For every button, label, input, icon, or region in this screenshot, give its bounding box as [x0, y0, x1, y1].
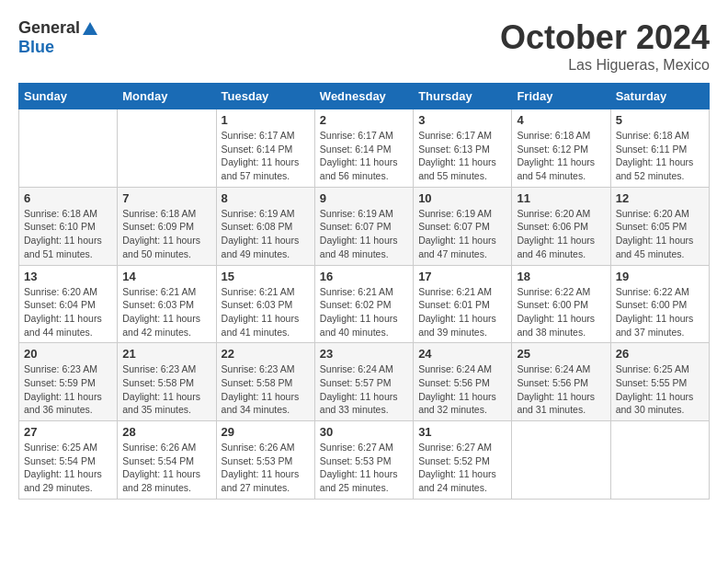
day-info: Sunrise: 6:25 AMSunset: 5:55 PMDaylight:…: [616, 362, 704, 417]
calendar-table: SundayMondayTuesdayWednesdayThursdayFrid…: [18, 83, 710, 500]
day-number: 28: [122, 425, 210, 439]
day-info: Sunrise: 6:25 AMSunset: 5:54 PMDaylight:…: [24, 441, 112, 495]
day-number: 27: [24, 425, 112, 439]
day-info: Sunrise: 6:18 AMSunset: 6:12 PMDaylight:…: [517, 129, 605, 183]
logo-general: General: [18, 18, 80, 38]
day-info: Sunrise: 6:20 AMSunset: 6:06 PMDaylight:…: [517, 207, 605, 261]
day-number: 3: [418, 113, 506, 127]
day-info: Sunrise: 6:18 AMSunset: 6:09 PMDaylight:…: [122, 207, 210, 261]
calendar-cell: 2Sunrise: 6:17 AMSunset: 6:14 PMDaylight…: [314, 109, 413, 188]
day-number: 12: [616, 191, 704, 205]
day-info: Sunrise: 6:20 AMSunset: 6:04 PMDaylight:…: [24, 285, 112, 339]
calendar-week-row: 27Sunrise: 6:25 AMSunset: 5:54 PMDayligh…: [19, 421, 710, 500]
logo: General Blue: [18, 18, 98, 57]
calendar-cell: 15Sunrise: 6:21 AMSunset: 6:03 PMDayligh…: [216, 265, 314, 343]
day-info: Sunrise: 6:17 AMSunset: 6:14 PMDaylight:…: [320, 129, 408, 183]
calendar-cell: 19Sunrise: 6:22 AMSunset: 6:00 PMDayligh…: [610, 265, 709, 343]
day-number: 6: [24, 191, 112, 205]
day-info: Sunrise: 6:17 AMSunset: 6:14 PMDaylight:…: [222, 129, 310, 183]
calendar-cell: 28Sunrise: 6:26 AMSunset: 5:54 PMDayligh…: [118, 421, 216, 500]
day-number: 25: [517, 347, 605, 361]
calendar-cell: [512, 421, 610, 500]
day-info: Sunrise: 6:21 AMSunset: 6:03 PMDaylight:…: [222, 285, 310, 339]
calendar-week-row: 1Sunrise: 6:17 AMSunset: 6:14 PMDaylight…: [19, 109, 710, 188]
calendar-header-sunday: Sunday: [19, 84, 118, 109]
calendar-header-wednesday: Wednesday: [314, 84, 413, 109]
day-number: 29: [222, 425, 310, 439]
day-number: 14: [122, 270, 210, 283]
calendar-header-row: SundayMondayTuesdayWednesdayThursdayFrid…: [19, 84, 710, 109]
day-number: 21: [122, 347, 210, 361]
calendar-cell: 25Sunrise: 6:24 AMSunset: 5:56 PMDayligh…: [512, 343, 610, 421]
calendar-header-friday: Friday: [512, 84, 610, 109]
day-info: Sunrise: 6:23 AMSunset: 5:58 PMDaylight:…: [122, 362, 210, 417]
title-area: October 2024 Las Higueras, Mexico: [500, 18, 710, 74]
day-number: 26: [616, 347, 704, 361]
calendar-cell: 17Sunrise: 6:21 AMSunset: 6:01 PMDayligh…: [414, 265, 512, 343]
calendar-header-monday: Monday: [118, 84, 216, 109]
calendar-cell: 9Sunrise: 6:19 AMSunset: 6:07 PMDaylight…: [314, 187, 413, 265]
day-number: 7: [122, 191, 210, 205]
day-info: Sunrise: 6:17 AMSunset: 6:13 PMDaylight:…: [418, 129, 506, 183]
calendar-week-row: 13Sunrise: 6:20 AMSunset: 6:04 PMDayligh…: [19, 265, 710, 343]
calendar-cell: [610, 421, 709, 500]
day-number: 17: [418, 270, 506, 283]
calendar-cell: 26Sunrise: 6:25 AMSunset: 5:55 PMDayligh…: [610, 343, 709, 421]
day-info: Sunrise: 6:26 AMSunset: 5:53 PMDaylight:…: [222, 441, 310, 495]
calendar-cell: 27Sunrise: 6:25 AMSunset: 5:54 PMDayligh…: [19, 421, 118, 500]
svg-marker-0: [83, 22, 97, 35]
calendar-cell: 20Sunrise: 6:23 AMSunset: 5:59 PMDayligh…: [19, 343, 118, 421]
calendar-cell: 1Sunrise: 6:17 AMSunset: 6:14 PMDaylight…: [216, 109, 314, 188]
calendar-cell: 6Sunrise: 6:18 AMSunset: 6:10 PMDaylight…: [19, 187, 118, 265]
logo-blue: Blue: [18, 38, 54, 57]
calendar-cell: 3Sunrise: 6:17 AMSunset: 6:13 PMDaylight…: [414, 109, 512, 188]
day-number: 11: [517, 191, 605, 205]
day-info: Sunrise: 6:18 AMSunset: 6:10 PMDaylight:…: [24, 207, 112, 261]
calendar-cell: 22Sunrise: 6:23 AMSunset: 5:58 PMDayligh…: [216, 343, 314, 421]
calendar-header-saturday: Saturday: [610, 84, 709, 109]
day-number: 10: [418, 191, 506, 205]
calendar-cell: 4Sunrise: 6:18 AMSunset: 6:12 PMDaylight…: [512, 109, 610, 188]
day-number: 16: [320, 270, 408, 283]
day-info: Sunrise: 6:23 AMSunset: 5:58 PMDaylight:…: [222, 362, 310, 417]
day-number: 4: [517, 113, 605, 127]
calendar-week-row: 20Sunrise: 6:23 AMSunset: 5:59 PMDayligh…: [19, 343, 710, 421]
calendar-cell: 14Sunrise: 6:21 AMSunset: 6:03 PMDayligh…: [118, 265, 216, 343]
day-info: Sunrise: 6:21 AMSunset: 6:03 PMDaylight:…: [122, 285, 210, 339]
calendar-cell: 31Sunrise: 6:27 AMSunset: 5:52 PMDayligh…: [414, 421, 512, 500]
day-info: Sunrise: 6:22 AMSunset: 6:00 PMDaylight:…: [517, 285, 605, 339]
location-subtitle: Las Higueras, Mexico: [500, 57, 710, 74]
day-number: 2: [320, 113, 408, 127]
calendar-cell: 7Sunrise: 6:18 AMSunset: 6:09 PMDaylight…: [118, 187, 216, 265]
calendar-header-tuesday: Tuesday: [216, 84, 314, 109]
day-info: Sunrise: 6:27 AMSunset: 5:53 PMDaylight:…: [320, 441, 408, 495]
day-info: Sunrise: 6:20 AMSunset: 6:05 PMDaylight:…: [616, 207, 704, 261]
day-info: Sunrise: 6:27 AMSunset: 5:52 PMDaylight:…: [418, 441, 506, 495]
calendar-cell: 23Sunrise: 6:24 AMSunset: 5:57 PMDayligh…: [314, 343, 413, 421]
calendar-cell: 21Sunrise: 6:23 AMSunset: 5:58 PMDayligh…: [118, 343, 216, 421]
calendar-header-thursday: Thursday: [414, 84, 512, 109]
calendar-cell: [118, 109, 216, 188]
calendar-cell: 24Sunrise: 6:24 AMSunset: 5:56 PMDayligh…: [414, 343, 512, 421]
day-info: Sunrise: 6:23 AMSunset: 5:59 PMDaylight:…: [24, 362, 112, 417]
calendar-cell: 12Sunrise: 6:20 AMSunset: 6:05 PMDayligh…: [610, 187, 709, 265]
day-number: 15: [222, 270, 310, 283]
day-number: 24: [418, 347, 506, 361]
header: General Blue October 2024 Las Higueras, …: [18, 18, 710, 74]
day-number: 18: [517, 270, 605, 283]
logo-icon: [82, 20, 98, 37]
day-number: 5: [616, 113, 704, 127]
day-info: Sunrise: 6:21 AMSunset: 6:01 PMDaylight:…: [418, 285, 506, 339]
day-info: Sunrise: 6:21 AMSunset: 6:02 PMDaylight:…: [320, 285, 408, 339]
day-number: 31: [418, 425, 506, 439]
day-number: 22: [222, 347, 310, 361]
day-info: Sunrise: 6:22 AMSunset: 6:00 PMDaylight:…: [616, 285, 704, 339]
day-info: Sunrise: 6:18 AMSunset: 6:11 PMDaylight:…: [616, 129, 704, 183]
calendar-cell: [19, 109, 118, 188]
day-info: Sunrise: 6:19 AMSunset: 6:07 PMDaylight:…: [320, 207, 408, 261]
day-number: 23: [320, 347, 408, 361]
day-info: Sunrise: 6:24 AMSunset: 5:57 PMDaylight:…: [320, 362, 408, 417]
calendar-cell: 30Sunrise: 6:27 AMSunset: 5:53 PMDayligh…: [314, 421, 413, 500]
day-number: 20: [24, 347, 112, 361]
month-title: October 2024: [500, 18, 710, 57]
